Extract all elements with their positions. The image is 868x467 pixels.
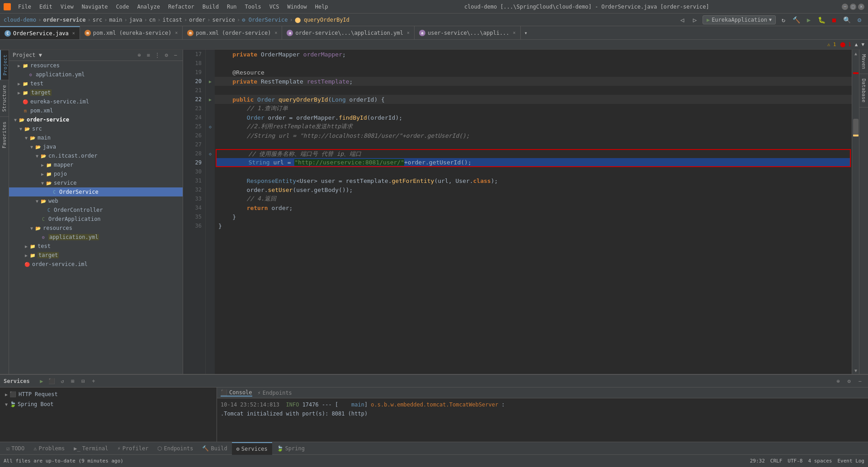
tree-test-2[interactable]: ▶ 📁 test — [9, 242, 183, 251]
tree-ordercontroller[interactable]: C OrderController — [9, 205, 183, 215]
tab-terminal[interactable]: ▶_ Terminal — [69, 442, 113, 455]
gutter-22-run[interactable]: ▶ — [206, 95, 215, 104]
gutter-25[interactable]: ◇ — [206, 122, 215, 131]
tree-target-2[interactable]: ▶ 📁 target — [9, 251, 183, 260]
tab-app-yml-order[interactable]: a order-service\...\application.yml × — [282, 26, 414, 40]
tree-mapper[interactable]: ▶ 📁 mapper — [9, 160, 183, 169]
settings-button[interactable]: ⚙ — [854, 15, 864, 25]
status-charset[interactable]: UTF-8 — [788, 458, 802, 464]
minimize-button[interactable]: − — [842, 4, 848, 10]
svc-http-request[interactable]: ▶ ⬛ HTTP Request — [0, 389, 217, 399]
tab-todo[interactable]: ☑ TODO — [2, 442, 29, 455]
tab-close-orderservice[interactable]: × — [72, 31, 75, 36]
bc-src[interactable]: src — [93, 17, 103, 23]
tree-target-1[interactable]: ▶ 📁 target — [9, 88, 183, 97]
sidebar-tab-structure[interactable]: Structure — [0, 80, 9, 117]
svc-restart-button[interactable]: ↺ — [58, 377, 67, 386]
bc-cloud-demo[interactable]: cloud-demo — [4, 17, 36, 23]
tab-endpoints[interactable]: ⬡ Endpoints — [153, 442, 198, 455]
menu-code[interactable]: Code — [113, 3, 133, 11]
tree-pom-xml-1[interactable]: m pom.xml — [9, 106, 183, 115]
gutter-20-run[interactable]: ▶ — [206, 77, 215, 86]
more-tabs-button[interactable]: ▾ — [521, 30, 531, 36]
menu-navigate[interactable]: Navigate — [78, 3, 112, 11]
scroll-down[interactable]: ▼ — [852, 367, 859, 374]
status-indent[interactable]: 4 spaces — [808, 458, 832, 464]
navigate-forward-button[interactable]: ▷ — [690, 15, 700, 25]
status-event-log[interactable]: Event Log — [837, 458, 864, 464]
menu-edit[interactable]: Edit — [36, 3, 56, 11]
code-line-21[interactable] — [215, 86, 852, 95]
svc-stop-button[interactable]: ⬛ — [47, 377, 57, 386]
tab-close-pom-eureka[interactable]: × — [175, 30, 178, 35]
code-line-30[interactable] — [215, 167, 852, 176]
tree-order-iml[interactable]: 🔴 order-service.iml — [9, 260, 183, 269]
tab-pom-eureka[interactable]: m pom.xml (eureka-service) × — [80, 26, 183, 40]
tab-orderservice[interactable]: C OrderService.java × — [0, 26, 80, 40]
code-line-29[interactable]: String url = "http://userservice:8081/us… — [216, 158, 851, 167]
refresh-button[interactable]: ↻ — [778, 15, 788, 25]
menu-file[interactable]: File — [14, 3, 35, 11]
tab-spring[interactable]: 🍃 Spring — [272, 442, 309, 455]
bc-main[interactable]: main — [109, 17, 123, 23]
close-button[interactable]: × — [858, 4, 864, 10]
database-tab[interactable]: Database — [859, 74, 868, 107]
tab-close-app-yml-user[interactable]: × — [513, 30, 516, 35]
code-line-36[interactable]: } — [215, 221, 852, 230]
code-line-25[interactable]: //2.利用restTemplate发送http请求 — [215, 122, 852, 131]
tab-close-pom-order[interactable]: × — [274, 30, 277, 35]
svc-group-button[interactable]: ⊞ — [68, 377, 77, 386]
code-line-31[interactable]: ResponseEntity<User> user = restTemplate… — [215, 176, 852, 185]
nav-up-button[interactable]: ▲ — [855, 42, 858, 47]
tab-pom-order[interactable]: m pom.xml (order-service) × — [183, 26, 282, 40]
sidebar-add-button[interactable]: ⊕ — [136, 51, 143, 59]
tree-cn-itcast-order[interactable]: ▼ 📂 cn.itcast.order — [9, 151, 183, 160]
bc-service[interactable]: service — [212, 17, 235, 23]
code-editor[interactable]: private OrderMapper orderMapper; @Resour… — [215, 50, 852, 374]
gutter-28[interactable]: ◇ — [206, 149, 215, 158]
maven-tab[interactable]: Maven — [859, 50, 868, 74]
menu-refactor[interactable]: Refactor — [165, 3, 198, 11]
log-tab-console[interactable]: ⬛ Console — [221, 389, 252, 397]
svc-run-button[interactable]: ▶ — [37, 377, 46, 386]
menu-run[interactable]: Run — [223, 3, 241, 11]
tree-service-folder[interactable]: ▼ 📂 service — [9, 178, 183, 187]
nav-down-button[interactable]: ▼ — [861, 42, 864, 47]
bc-java[interactable]: java — [129, 17, 142, 23]
bc-order-service[interactable]: order-service — [43, 17, 85, 23]
code-line-27[interactable] — [215, 140, 852, 149]
tab-profiler[interactable]: ⚡ Profiler — [113, 442, 153, 455]
svc-filter-button[interactable]: ⊟ — [79, 377, 88, 386]
code-line-35[interactable]: } — [215, 212, 852, 221]
tree-application-yml-1[interactable]: ⚙ application.yml — [9, 70, 183, 79]
tab-services[interactable]: ⚙ Services — [232, 442, 272, 455]
bc-cn[interactable]: cn — [149, 17, 156, 23]
tree-orderservice-file[interactable]: C OrderService — [9, 187, 183, 196]
tree-resources-2[interactable]: ▼ 📂 resources — [9, 224, 183, 233]
build-button[interactable]: 🔨 — [791, 15, 801, 25]
menu-view[interactable]: View — [57, 3, 77, 11]
bc-orderservice[interactable]: ⚙ OrderService — [242, 17, 288, 23]
editor-scrollbar[interactable]: ▲ ▼ — [852, 50, 859, 374]
code-line-24[interactable]: Order order = orderMapper.findById(order… — [215, 113, 852, 122]
panel-close-button[interactable]: − — [855, 377, 864, 386]
menu-analyze[interactable]: Analyze — [133, 3, 164, 11]
run-config-selector[interactable]: ▶ EurekaApplication ▼ — [703, 15, 776, 24]
maximize-button[interactable]: □ — [850, 4, 856, 10]
menu-vcs[interactable]: VCS — [266, 3, 283, 11]
bc-method[interactable]: ⬤ queryOrderById — [295, 17, 349, 23]
tree-resources[interactable]: ▶ 📁 resources — [9, 61, 183, 70]
tab-build[interactable]: 🔨 Build — [198, 442, 231, 455]
code-line-17[interactable]: private OrderMapper orderMapper; — [215, 50, 852, 59]
stop-button[interactable]: ■ — [829, 15, 839, 25]
sidebar-tab-favorites[interactable]: Favorites — [0, 117, 9, 153]
menu-window[interactable]: Window — [283, 3, 310, 11]
code-line-20[interactable]: private RestTemplate restTemplate; — [215, 77, 852, 86]
code-line-18[interactable] — [215, 59, 852, 68]
code-line-26[interactable]: //String url = "http://localhost:8081/us… — [215, 131, 852, 140]
tab-app-yml-user[interactable]: a user-service\...\appli... × — [415, 26, 521, 40]
tree-order-service[interactable]: ▼ 📂 order-service — [9, 115, 183, 124]
svc-springboot[interactable]: ▼ 🍃 Spring Boot — [0, 399, 217, 409]
menu-build[interactable]: Build — [199, 3, 222, 11]
status-crlf[interactable]: CRLF — [770, 458, 783, 464]
